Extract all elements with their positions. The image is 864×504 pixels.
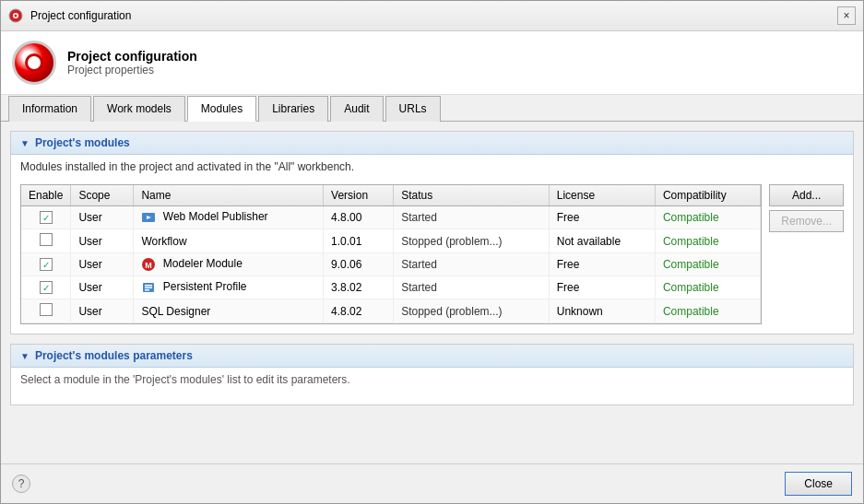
titlebar-icon [8, 8, 23, 23]
row1-checkbox[interactable]: ✓ [40, 211, 53, 224]
table-row[interactable]: User SQL Designer 4.8.02 Stopped (proble… [21, 299, 761, 323]
tab-audit[interactable]: Audit [330, 96, 383, 122]
row1-enable-cell[interactable]: ✓ [21, 206, 71, 229]
col-scope: Scope [71, 185, 134, 206]
row3-enable-cell[interactable]: ✓ [21, 253, 71, 276]
modules-section-header: ▼ Project's modules [11, 132, 853, 155]
tabs-bar: Information Work models Modules Librarie… [1, 95, 863, 122]
row4-enable-cell[interactable]: ✓ [21, 276, 71, 299]
header-title: Project configuration [67, 49, 197, 64]
row4-scope: User [71, 276, 134, 299]
row4-checkbox[interactable]: ✓ [40, 281, 53, 294]
row2-enable-cell[interactable] [21, 229, 71, 253]
row3-name: M Modeler Module [134, 253, 324, 276]
project-configuration-window: Project configuration × Project configur… [0, 0, 864, 504]
row5-scope: User [71, 299, 134, 323]
col-version: Version [324, 185, 394, 206]
params-collapse-arrow[interactable]: ▼ [20, 351, 30, 361]
params-section-header: ▼ Project's modules parameters [11, 345, 853, 368]
row1-icon [141, 210, 156, 225]
svg-text:M: M [146, 261, 153, 270]
svg-rect-8 [145, 285, 152, 287]
row4-license: Free [549, 276, 655, 299]
table-header-row: Enable Scope Name Version Status License… [21, 185, 761, 206]
tab-information[interactable]: Information [8, 96, 91, 122]
svg-rect-10 [145, 289, 149, 291]
titlebar-left: Project configuration [8, 8, 131, 23]
help-button[interactable]: ? [12, 475, 30, 493]
footer: ? Close [1, 463, 863, 503]
header-logo [12, 41, 56, 85]
header-logo-inner [25, 53, 43, 72]
modules-section-desc: Modules installed in the project and act… [11, 155, 853, 179]
row1-scope: User [71, 206, 134, 229]
row2-name: Workflow [134, 229, 324, 253]
modules-section: ▼ Project's modules Modules installed in… [10, 131, 854, 334]
modules-table: Enable Scope Name Version Status License… [21, 185, 761, 323]
table-row[interactable]: User Workflow 1.0.01 Stopped (problem...… [21, 229, 761, 253]
row3-status: Started [394, 253, 550, 276]
svg-point-2 [15, 15, 18, 18]
row3-version: 9.0.06 [324, 253, 394, 276]
row1-status: Started [394, 206, 550, 229]
remove-button[interactable]: Remove... [769, 210, 844, 232]
row2-compatibility: Compatible [655, 229, 760, 253]
row5-license: Unknown [549, 299, 655, 323]
tab-modules[interactable]: Modules [187, 96, 256, 122]
params-section-title: Project's modules parameters [35, 349, 193, 362]
row4-status: Started [394, 276, 550, 299]
header-title-group: Project configuration Project properties [67, 49, 197, 76]
row5-name: SQL Designer [134, 299, 324, 323]
modules-section-title: Project's modules [35, 136, 130, 149]
params-section: ▼ Project's modules parameters Select a … [10, 344, 854, 405]
header-subtitle: Project properties [67, 64, 197, 76]
table-row[interactable]: ✓ User [21, 206, 761, 229]
tab-work-models[interactable]: Work models [93, 96, 185, 122]
row3-checkbox[interactable]: ✓ [40, 258, 53, 271]
row2-checkbox[interactable] [40, 233, 53, 246]
modules-table-wrapper: Enable Scope Name Version Status License… [20, 184, 762, 324]
row1-version: 4.8.00 [324, 206, 394, 229]
params-body: Select a module in the 'Project's module… [11, 368, 853, 404]
col-compatibility: Compatibility [655, 185, 760, 206]
row2-status: Stopped (problem...) [394, 229, 550, 253]
side-buttons: Add... Remove... [769, 184, 844, 232]
row3-license: Free [549, 253, 655, 276]
col-name: Name [134, 185, 324, 206]
close-window-button[interactable]: × [837, 6, 856, 25]
col-status: Status [394, 185, 550, 206]
row5-status: Stopped (problem...) [394, 299, 550, 323]
row4-icon [141, 280, 156, 295]
table-row[interactable]: ✓ User [21, 276, 761, 299]
close-button[interactable]: Close [785, 472, 852, 496]
tab-libraries[interactable]: Libraries [258, 96, 328, 122]
row5-compatibility: Compatible [655, 299, 760, 323]
row2-version: 1.0.01 [324, 229, 394, 253]
tab-urls[interactable]: URLs [385, 96, 441, 122]
col-enable: Enable [21, 185, 71, 206]
modules-collapse-arrow[interactable]: ▼ [20, 138, 30, 148]
row4-name: Persistent Profile [134, 276, 324, 299]
col-license: License [549, 185, 655, 206]
row3-scope: User [71, 253, 134, 276]
row5-version: 4.8.02 [324, 299, 394, 323]
row5-checkbox[interactable] [40, 303, 53, 316]
titlebar: Project configuration × [1, 1, 863, 31]
params-description: Select a module in the 'Project's module… [20, 373, 350, 386]
row4-version: 3.8.02 [324, 276, 394, 299]
table-row[interactable]: ✓ User M [21, 253, 761, 276]
row2-license: Not available [549, 229, 655, 253]
add-button[interactable]: Add... [769, 184, 844, 206]
row1-license: Free [549, 206, 655, 229]
svg-rect-9 [145, 287, 152, 289]
row1-name: Web Model Publisher [134, 206, 324, 229]
row5-enable-cell[interactable] [21, 299, 71, 323]
titlebar-title: Project configuration [30, 9, 131, 22]
header-section: Project configuration Project properties [1, 31, 863, 95]
modules-table-area: Enable Scope Name Version Status License… [11, 179, 853, 334]
row1-compatibility: Compatible [655, 206, 760, 229]
main-content: ▼ Project's modules Modules installed in… [1, 122, 863, 463]
row2-scope: User [71, 229, 134, 253]
row4-compatibility: Compatible [655, 276, 760, 299]
row3-compatibility: Compatible [655, 253, 760, 276]
